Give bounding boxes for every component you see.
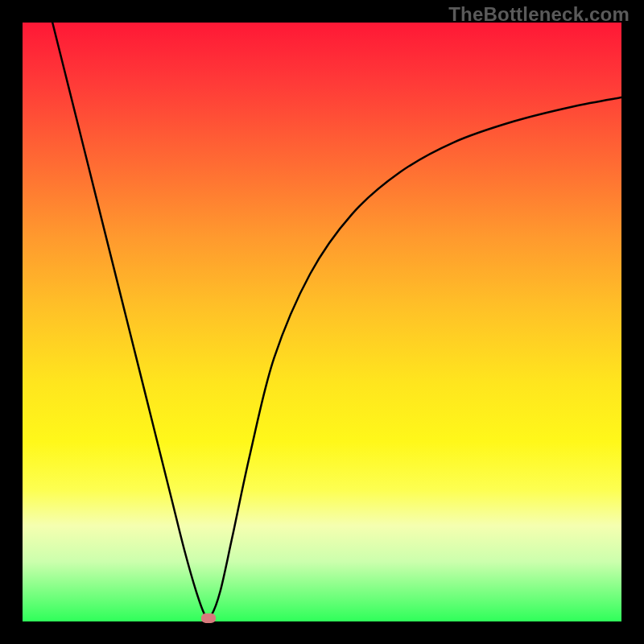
optimal-point-marker <box>201 613 216 623</box>
chart-plot-area <box>23 23 621 621</box>
watermark-text: TheBottleneck.com <box>448 3 630 26</box>
bottleneck-curve <box>23 23 621 621</box>
curve-path <box>52 23 621 618</box>
